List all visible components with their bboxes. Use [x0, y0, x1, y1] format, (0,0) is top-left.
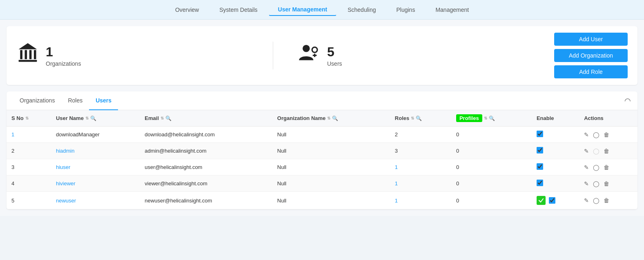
cell-profiles: 0: [451, 192, 532, 209]
users-icon: [298, 42, 321, 69]
email-sort-icon[interactable]: ⇅: [160, 116, 164, 120]
delete-icon[interactable]: 🗑: [604, 197, 609, 204]
profiles-sort-icon[interactable]: ⇅: [484, 116, 487, 120]
edit-icon[interactable]: ✎: [584, 197, 589, 204]
cell-roles: 3: [390, 143, 451, 159]
svg-rect-4: [34, 50, 36, 59]
sub-tabs: Organizations Roles Users ◠: [7, 91, 637, 110]
org-sort-icon[interactable]: ⇅: [327, 116, 330, 120]
col-org-name: Organization Name ⇅ 🔍: [272, 110, 390, 127]
sno-link[interactable]: 1: [11, 131, 14, 138]
col-enable: Enable: [532, 110, 579, 127]
svg-point-6: [303, 45, 310, 52]
delete-icon[interactable]: 🗑: [604, 180, 609, 187]
enable-checkbox[interactable]: [549, 197, 555, 204]
enable-checkbox[interactable]: [537, 180, 543, 186]
subtab-organizations[interactable]: Organizations: [13, 91, 61, 110]
stats-row: 1 Organizations 5 Users Add User A: [7, 26, 637, 85]
edit-icon[interactable]: ✎: [584, 148, 589, 154]
org-search-icon[interactable]: 🔍: [332, 116, 338, 121]
svg-point-7: [312, 47, 317, 53]
roles-sort-icon[interactable]: ⇅: [411, 116, 414, 120]
tab-user-management[interactable]: User Management: [269, 3, 337, 16]
roles-link[interactable]: 1: [395, 198, 398, 204]
roles-search-icon[interactable]: 🔍: [416, 116, 422, 121]
cell-enable: [532, 127, 579, 143]
tab-plugins[interactable]: Plugins: [387, 3, 424, 16]
user-icon[interactable]: ◯: [593, 180, 599, 187]
delete-icon[interactable]: 🗑: [604, 131, 609, 138]
enable-checkbox[interactable]: [537, 147, 543, 153]
main-content: 1 Organizations 5 Users Add User A: [0, 20, 644, 216]
username-search-icon[interactable]: 🔍: [90, 116, 96, 121]
enable-checkbox[interactable]: [537, 131, 543, 137]
username-sort-icon[interactable]: ⇅: [85, 116, 89, 120]
cell-actions: ✎ ◯ 🗑: [579, 192, 637, 209]
cell-enable: [532, 176, 579, 192]
cell-org: Null: [272, 176, 390, 192]
top-navigation: Overview System Details User Management …: [0, 0, 644, 20]
cell-sno: 5: [7, 192, 51, 209]
cell-email: download@helicalinsight.com: [140, 127, 272, 143]
email-search-icon[interactable]: 🔍: [165, 116, 172, 121]
user-icon[interactable]: ◯: [593, 148, 599, 154]
add-user-button[interactable]: Add User: [554, 33, 628, 46]
cell-username: hiuser: [51, 159, 140, 176]
enable-checkbox[interactable]: [537, 163, 543, 170]
cell-sno: 4: [7, 176, 51, 192]
user-icon[interactable]: ◯: [593, 131, 599, 138]
action-buttons: Add User Add Organization Add Role: [554, 33, 628, 78]
delete-icon[interactable]: 🗑: [604, 164, 609, 171]
roles-link[interactable]: 1: [395, 180, 398, 187]
table-row: 3hiuseruser@helicalinsight.comNull10 ✎ ◯…: [7, 159, 637, 176]
cell-org: Null: [272, 159, 390, 176]
cell-sno: 1: [7, 127, 51, 143]
cell-enable: [532, 159, 579, 176]
cell-profiles: 0: [451, 159, 532, 176]
delete-icon[interactable]: 🗑: [604, 148, 609, 154]
cell-org: Null: [272, 143, 390, 159]
username-link[interactable]: hiadmin: [56, 148, 75, 154]
col-sno: S No ⇅: [7, 110, 51, 127]
profiles-search-icon[interactable]: 🔍: [489, 116, 495, 121]
users-table: S No ⇅ User Name ⇅ 🔍 Email: [7, 110, 637, 209]
edit-icon[interactable]: ✎: [584, 164, 589, 171]
add-organization-button[interactable]: Add Organization: [554, 49, 628, 62]
cell-actions: ✎ ◯ 🗑: [579, 127, 637, 143]
cell-email: user@helicalinsight.com: [140, 159, 272, 176]
table-row: 4hiviewerviewer@helicalinsight.comNull10…: [7, 176, 637, 192]
tab-system-details[interactable]: System Details: [210, 3, 267, 16]
user-icon[interactable]: ◯: [593, 164, 599, 171]
bank-icon: [16, 42, 39, 69]
edit-icon[interactable]: ✎: [584, 131, 589, 138]
svg-rect-3: [29, 50, 32, 59]
cell-roles: 1: [390, 159, 451, 176]
sno-sort-icon[interactable]: ⇅: [25, 116, 29, 120]
user-icon[interactable]: ◯: [593, 197, 599, 204]
cell-username: hiadmin: [51, 143, 140, 159]
username-link[interactable]: hiuser: [56, 164, 70, 170]
green-highlight-box: [537, 196, 546, 205]
users-stat-info: 5 Users: [327, 44, 342, 67]
loading-icon: ◠: [624, 96, 631, 105]
users-count: 5: [327, 44, 342, 60]
svg-marker-5: [19, 43, 37, 49]
username-link[interactable]: hiviewer: [56, 180, 76, 187]
users-label: Users: [327, 60, 342, 67]
add-role-button[interactable]: Add Role: [554, 65, 628, 78]
cell-actions: ✎ ◯ 🗑: [579, 159, 637, 176]
table-row: 5newusernewuser@helicalinsight.comNull10…: [7, 192, 637, 209]
cell-roles: 1: [390, 192, 451, 209]
users-stat: 5 Users: [273, 42, 554, 69]
username-link[interactable]: newuser: [56, 198, 76, 204]
table-row: 1downloadManagerdownload@helicalinsight.…: [7, 127, 637, 143]
tab-overview[interactable]: Overview: [166, 3, 208, 16]
edit-icon[interactable]: ✎: [584, 180, 589, 187]
subtab-roles[interactable]: Roles: [61, 91, 89, 110]
subtab-users[interactable]: Users: [89, 91, 118, 110]
roles-link[interactable]: 1: [395, 164, 398, 170]
tab-management[interactable]: Management: [426, 3, 478, 16]
tab-scheduling[interactable]: Scheduling: [338, 3, 385, 16]
cell-enable: [532, 192, 579, 209]
cell-roles: 1: [390, 176, 451, 192]
